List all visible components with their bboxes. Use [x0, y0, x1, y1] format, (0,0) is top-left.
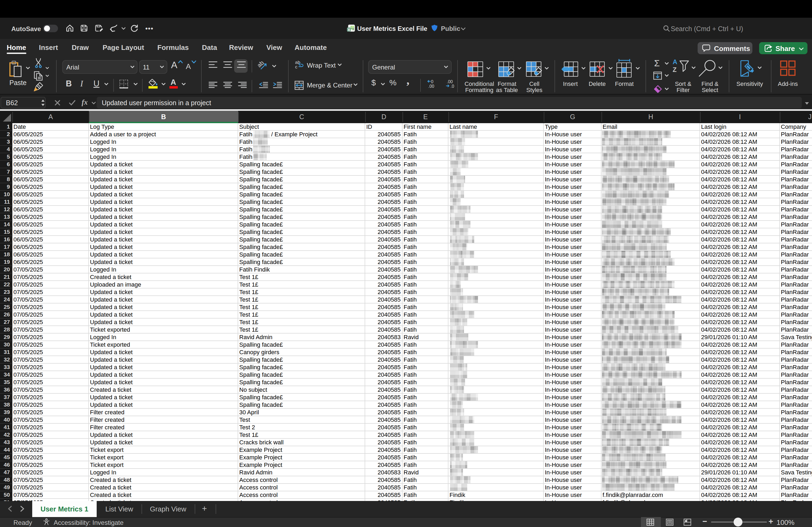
svg-text:0: 0	[431, 79, 433, 84]
svg-text:.00: .00	[428, 84, 434, 89]
svg-text:.00: .00	[447, 79, 453, 84]
svg-text:c: c	[295, 64, 298, 70]
svg-text:.0: .0	[451, 84, 454, 89]
svg-text:x: x	[348, 27, 350, 32]
